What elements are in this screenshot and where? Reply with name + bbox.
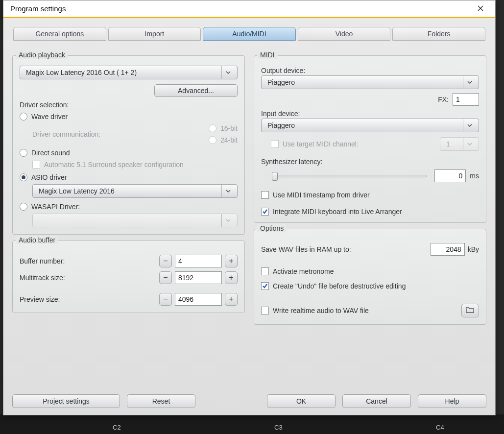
close-button[interactable] bbox=[471, 2, 490, 16]
driver-comm-label: Driver communication: bbox=[32, 130, 100, 138]
save-wav-unit: kBy bbox=[468, 245, 479, 253]
direct-sound-label: Direct sound bbox=[31, 149, 70, 157]
preview-input[interactable] bbox=[175, 293, 222, 306]
tab-folders[interactable]: Folders bbox=[392, 27, 485, 41]
driver-selection-label: Driver selection: bbox=[20, 101, 238, 109]
group-options: Options Save WAV files in RAM up to: kBy… bbox=[254, 229, 486, 325]
buffer-number-plus[interactable]: + bbox=[225, 255, 238, 267]
reset-button[interactable]: Reset bbox=[127, 394, 195, 408]
synth-latency-input[interactable] bbox=[434, 169, 466, 182]
radio-wasapi-driver[interactable] bbox=[20, 203, 27, 211]
settings-window: Program settings General options Import … bbox=[3, 0, 496, 415]
plus-icon: + bbox=[229, 257, 233, 265]
legend-midi: MIDI bbox=[257, 51, 278, 59]
radio-direct-sound[interactable] bbox=[20, 149, 27, 157]
cancel-label: Cancel bbox=[366, 397, 387, 405]
metronome-label: Activate metronome bbox=[273, 267, 334, 275]
preview-minus[interactable]: − bbox=[159, 293, 172, 306]
multitrack-minus[interactable]: − bbox=[159, 271, 172, 284]
client-area: General options Import Audio/MIDI Video … bbox=[3, 17, 495, 415]
tab-import[interactable]: Import bbox=[108, 27, 201, 41]
group-audio-playback: Audio playback Magix Low Latency 2016 Ou… bbox=[12, 55, 245, 235]
save-wav-label: Save WAV files in RAM up to: bbox=[261, 245, 351, 253]
tab-folders-label: Folders bbox=[428, 30, 451, 38]
slider-thumb-icon bbox=[272, 172, 278, 181]
radio-asio-driver[interactable] bbox=[20, 173, 27, 181]
reset-label: Reset bbox=[152, 397, 170, 405]
target-channel-dropdown: 1 bbox=[440, 137, 479, 151]
asio-driver-label: ASIO driver bbox=[31, 173, 67, 181]
midi-input-label: Input device: bbox=[261, 110, 479, 118]
tab-import-label: Import bbox=[145, 30, 165, 38]
project-settings-button[interactable]: Project settings bbox=[12, 394, 120, 408]
midi-input-dropdown[interactable]: Piaggero bbox=[261, 119, 479, 132]
legend-audio-playback: Audio playback bbox=[16, 51, 68, 59]
target-channel-label: Use target MIDI channel: bbox=[283, 140, 359, 148]
chevron-down-icon bbox=[463, 138, 476, 150]
group-audio-buffer: Audio buffer Buffer number: − + Multitra… bbox=[12, 241, 245, 313]
undo-file-label: Create "Undo" file before destructive ed… bbox=[273, 282, 406, 290]
left-column: Audio playback Magix Low Latency 2016 Ou… bbox=[12, 47, 245, 386]
ok-button[interactable]: OK bbox=[267, 394, 336, 408]
folder-icon bbox=[466, 306, 475, 315]
wasapi-driver-label: WASAPI Driver: bbox=[31, 203, 80, 211]
radio-16bit bbox=[209, 124, 216, 132]
chevron-down-icon bbox=[221, 66, 234, 79]
multitrack-label: Multitrack size: bbox=[20, 274, 65, 282]
midi-input-value: Piaggero bbox=[267, 121, 295, 129]
check-integrate-keyboard[interactable] bbox=[261, 208, 269, 216]
asio-device-dropdown[interactable]: Magix Low Latency 2016 bbox=[32, 184, 238, 198]
tab-general[interactable]: General options bbox=[13, 27, 106, 41]
midi-output-dropdown[interactable]: Piaggero bbox=[261, 75, 479, 89]
write-realtime-label: Write realtime audio to WAV file bbox=[273, 307, 369, 314]
advanced-button[interactable]: Advanced... bbox=[154, 84, 238, 97]
midi-timestamp-label: Use MIDI timestamp from driver bbox=[273, 191, 370, 199]
tab-audiomidi[interactable]: Audio/MIDI bbox=[203, 27, 296, 41]
tab-audiomidi-label: Audio/MIDI bbox=[232, 30, 266, 38]
note-c2: C2 bbox=[113, 424, 121, 431]
tab-video[interactable]: Video bbox=[298, 27, 391, 41]
window-title: Program settings bbox=[10, 4, 66, 13]
buffer-number-input[interactable] bbox=[175, 255, 222, 267]
ok-label: OK bbox=[296, 397, 306, 405]
bit16-label: 16-bit bbox=[220, 124, 238, 132]
legend-audio-buffer: Audio buffer bbox=[16, 236, 58, 244]
close-icon bbox=[478, 4, 483, 13]
minus-icon: − bbox=[163, 273, 168, 282]
multitrack-plus[interactable]: + bbox=[225, 271, 238, 284]
browse-folder-button[interactable] bbox=[461, 304, 479, 317]
help-button[interactable]: Help bbox=[418, 394, 486, 408]
save-wav-input[interactable] bbox=[431, 243, 465, 256]
buffer-number-label: Buffer number: bbox=[20, 257, 65, 265]
wasapi-device-dropdown bbox=[32, 214, 238, 227]
check-undo-file[interactable] bbox=[261, 282, 269, 290]
background-piano-strip: C2 C3 C4 bbox=[0, 414, 504, 434]
check-midi-timestamp[interactable] bbox=[261, 191, 269, 199]
project-settings-label: Project settings bbox=[43, 397, 90, 405]
fx-input[interactable] bbox=[453, 93, 479, 106]
radio-wave-driver[interactable] bbox=[20, 113, 27, 121]
bit24-label: 24-bit bbox=[220, 136, 238, 144]
legend-options: Options bbox=[257, 224, 287, 232]
minus-icon: − bbox=[163, 295, 168, 304]
preview-plus[interactable]: + bbox=[225, 293, 238, 306]
latency-unit: ms bbox=[470, 172, 479, 180]
midi-output-value: Piaggero bbox=[267, 78, 295, 86]
plus-icon: + bbox=[229, 273, 233, 282]
group-midi: MIDI Output device: Piaggero FX: Input d… bbox=[254, 55, 486, 223]
chevron-down-icon bbox=[221, 214, 234, 227]
check-auto51 bbox=[32, 161, 40, 169]
radio-dot-icon bbox=[22, 175, 25, 179]
cancel-button[interactable]: Cancel bbox=[342, 394, 411, 408]
buffer-number-minus[interactable]: − bbox=[159, 255, 172, 267]
check-metronome[interactable] bbox=[261, 267, 269, 275]
check-write-realtime[interactable] bbox=[261, 307, 269, 314]
wave-driver-label: Wave driver bbox=[31, 113, 68, 121]
synth-latency-slider[interactable] bbox=[272, 172, 427, 179]
preview-label: Preview size: bbox=[20, 295, 60, 303]
playback-output-dropdown[interactable]: Magix Low Latency 2016 Out ( 1+ 2) bbox=[20, 66, 238, 79]
titlebar: Program settings bbox=[3, 0, 495, 17]
target-channel-value: 1 bbox=[446, 140, 450, 148]
multitrack-input[interactable] bbox=[175, 271, 222, 284]
note-c4: C4 bbox=[436, 424, 444, 431]
